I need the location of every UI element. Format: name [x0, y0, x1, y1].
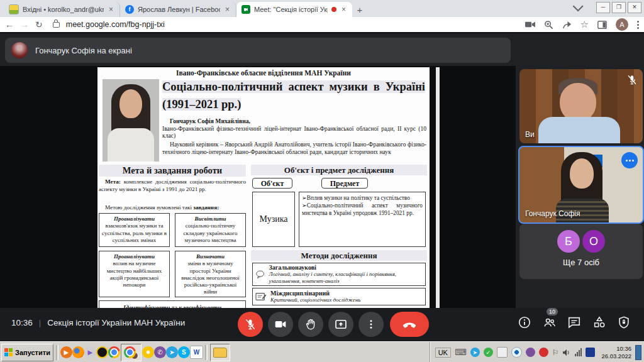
participant-label: Ви: [525, 130, 535, 139]
minimize-button[interactable]: ─: [596, 2, 610, 13]
chrome-active-window-button[interactable]: [121, 344, 142, 361]
chat-icon: [567, 315, 581, 329]
url-text[interactable]: meet.google.com/fbg-npjj-txi: [66, 20, 519, 29]
camera-icon[interactable]: [525, 21, 535, 28]
videocam-icon: [274, 318, 287, 331]
start-button[interactable]: Запустити: [1, 344, 53, 361]
present-icon: [335, 318, 347, 331]
presenting-banner-text: Гончарук Софія на екрані: [35, 46, 132, 55]
reload-icon[interactable]: ↻: [35, 19, 43, 30]
side-panel-icon[interactable]: [597, 21, 607, 29]
viber-tray-icon[interactable]: [526, 348, 535, 357]
mic-button[interactable]: [238, 312, 263, 337]
tab-close-icon[interactable]: ×: [224, 5, 231, 14]
participant-label: Гончарук Софія: [525, 209, 580, 218]
forward-icon[interactable]: →: [20, 19, 29, 30]
close-button[interactable]: ✕: [628, 2, 641, 13]
participant-tile-self[interactable]: Ви: [519, 69, 643, 143]
telegram-tray-icon[interactable]: ➤: [470, 348, 480, 357]
firefox-icon[interactable]: [72, 346, 84, 358]
share-icon[interactable]: [562, 20, 572, 30]
telegram-icon[interactable]: ➤: [166, 346, 178, 358]
new-tab-button[interactable]: +: [352, 2, 367, 17]
chat-button[interactable]: [567, 315, 581, 329]
media-player-icon[interactable]: ▶: [60, 346, 72, 358]
meet-main-area: Гончарук Софія на екрані Івано-Франківсь…: [0, 33, 644, 341]
eye-icon[interactable]: [511, 347, 522, 358]
mic-off-icon: [626, 74, 638, 85]
profile-avatar[interactable]: A: [616, 18, 628, 31]
keyboard-icon[interactable]: ⌨: [455, 348, 467, 357]
tray-clock[interactable]: 10:36 26.03.2022: [601, 345, 631, 359]
restore-button[interactable]: ❐: [612, 2, 626, 13]
meeting-status: 10:36 | Секція історії України МАН Украї…: [11, 318, 185, 327]
windows-taskbar: Запустити ▶ ▶ ✆ ➤ S W UK ⌨ ➤ ✓ ⚐: [0, 341, 644, 362]
viber-icon[interactable]: ✆: [154, 346, 166, 358]
aimp-icon[interactable]: [96, 346, 108, 358]
presenting-banner[interactable]: Гончарук Софія на екрані: [5, 38, 511, 63]
camera-button[interactable]: [268, 312, 293, 337]
end-call-button[interactable]: [390, 312, 429, 337]
tab-title: Вхідні • korolko_andr@ukr.net: [23, 6, 104, 13]
raise-hand-icon: [304, 318, 317, 331]
more-options-button[interactable]: [358, 312, 384, 337]
antivirus-check-icon[interactable]: ✓: [484, 348, 493, 357]
chrome-icon: [124, 346, 136, 358]
tab-meet-active[interactable]: Meet: "Секція історії Украї ×: [236, 2, 352, 17]
folder-icon: [213, 348, 227, 358]
kmplayer-icon[interactable]: ▶: [84, 346, 96, 358]
zoom-icon[interactable]: [544, 20, 553, 30]
task-box-2: Висвітлитисоціально-політичну складову у…: [175, 213, 246, 247]
taskbar-divider: [56, 345, 58, 360]
facebook-icon: f: [125, 5, 134, 14]
tab-facebook[interactable]: f Ярослав Левкун | Facebook ×: [120, 2, 236, 17]
advisor-line: Науковий керівник – Яворський Андрій Ана…: [162, 141, 426, 155]
info-button[interactable]: [518, 315, 531, 329]
host-controls-button[interactable]: [617, 315, 631, 329]
skype-icon[interactable]: S: [178, 346, 190, 358]
method-row-1: ЗагальнонауковіЛогічний, аналізу і синте…: [252, 263, 426, 286]
tab-close-icon[interactable]: ×: [340, 5, 347, 14]
shared-slide: Івано-Франківське обласне відділення МАН…: [97, 67, 430, 309]
chrome-icon[interactable]: [108, 346, 120, 358]
chrome-canary-icon[interactable]: [142, 346, 154, 358]
tile-more-options-icon[interactable]: [621, 152, 638, 168]
folder-window-button[interactable]: [210, 344, 230, 361]
aimp-red-icon[interactable]: [539, 348, 548, 357]
display-tray-icon[interactable]: [586, 348, 595, 357]
recording-dot-icon: [331, 7, 336, 12]
language-indicator[interactable]: UK: [435, 348, 451, 358]
chevron-down-icon[interactable]: [573, 1, 584, 11]
participant-tile-overflow[interactable]: Б О Ще 7 осіб: [519, 224, 643, 279]
menu-kebab-icon[interactable]: [637, 21, 639, 29]
clipboard-icon[interactable]: [497, 347, 508, 358]
presenter-avatar: [11, 42, 28, 58]
people-button[interactable]: [542, 315, 557, 329]
task-box-3: Проаналізувативплив на музичне мистецтво…: [99, 251, 170, 297]
word-icon[interactable]: W: [190, 346, 203, 359]
shared-screen-scrollbar: [436, 67, 440, 309]
object-label-box: Об'єкт: [252, 178, 292, 189]
tab-mail[interactable]: Вхідні • korolko_andr@ukr.net ×: [4, 2, 120, 17]
participant-tile-presenter[interactable]: Гончарук Софія: [518, 146, 644, 224]
system-tray: UK ⌨ ➤ ✓ ⚐ 10:36 26.03.2022: [430, 342, 644, 362]
volume-icon[interactable]: [562, 349, 571, 356]
activities-button[interactable]: [592, 315, 607, 329]
raise-hand-button[interactable]: [298, 312, 323, 337]
flag-icon[interactable]: ⚐: [552, 348, 559, 357]
network-signal-icon[interactable]: [575, 348, 582, 356]
screen: Вхідні • korolko_andr@ukr.net × f Яросла…: [0, 0, 644, 362]
show-desktop-button[interactable]: [635, 345, 641, 360]
back-icon[interactable]: ←: [5, 19, 14, 30]
tasks-intro: Метою дослідження зумовлені такі завданн…: [99, 204, 246, 211]
object-value-box: Музика: [252, 192, 295, 247]
windows-logo-icon: [4, 348, 13, 356]
present-button[interactable]: [328, 312, 353, 337]
ukrnet-mail-icon: [9, 4, 19, 14]
tab-close-icon[interactable]: ×: [108, 5, 114, 14]
lock-icon[interactable]: [53, 22, 60, 28]
clock-time: 10:36: [11, 318, 33, 327]
star-icon[interactable]: ☆: [580, 19, 589, 30]
meet-control-bar: 10:36 | Секція історії України МАН Украї…: [0, 308, 644, 341]
meeting-title: Секція історії України МАН України: [47, 318, 185, 327]
